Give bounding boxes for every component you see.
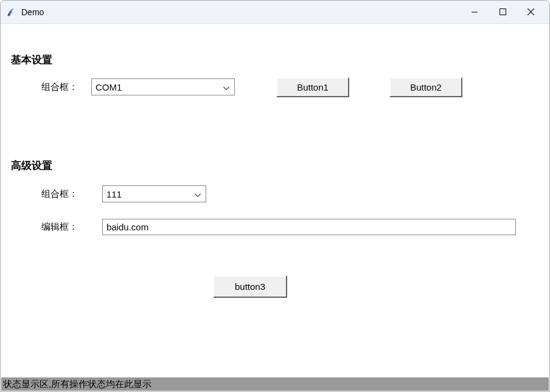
- combo1[interactable]: COM1: [91, 78, 235, 95]
- status-text: 状态显示区,所有操作状态均在此显示: [3, 379, 151, 389]
- edit-input[interactable]: [102, 219, 516, 235]
- content-area: 基本设置 组合框： COM1 Button1 Button2 高级设置 组合框：…: [1, 24, 549, 378]
- combo-row-2: 组合框： 111: [41, 185, 206, 202]
- button1-label: Button1: [297, 82, 329, 92]
- combo1-label: 组合框：: [41, 81, 91, 93]
- minimize-button[interactable]: [461, 1, 489, 24]
- combo1-value: COM1: [96, 82, 122, 92]
- titlebar: Demo: [1, 1, 549, 24]
- tk-feather-icon: [5, 7, 16, 18]
- window-title: Demo: [21, 7, 44, 17]
- chevron-down-icon: [223, 82, 229, 92]
- button3-label: button3: [235, 281, 265, 292]
- button2[interactable]: Button2: [389, 77, 462, 97]
- combo2-value: 111: [106, 189, 122, 199]
- button2-label: Button2: [410, 82, 442, 92]
- svg-rect-1: [500, 9, 506, 15]
- maximize-button[interactable]: [489, 1, 517, 24]
- chevron-down-icon: [195, 189, 201, 199]
- edit-row: 编辑框：: [41, 219, 516, 235]
- combo2-label: 组合框：: [41, 188, 102, 200]
- status-bar: 状态显示区,所有操作状态均在此显示: [1, 377, 549, 391]
- combo2[interactable]: 111: [102, 185, 206, 202]
- edit-label: 编辑框：: [41, 221, 102, 233]
- close-button[interactable]: [517, 1, 545, 24]
- combo-row-1: 组合框： COM1: [41, 78, 235, 95]
- button3[interactable]: button3: [213, 275, 287, 298]
- section2-title: 高级设置: [11, 159, 52, 173]
- section1-title: 基本设置: [11, 53, 52, 67]
- button1[interactable]: Button1: [276, 77, 349, 97]
